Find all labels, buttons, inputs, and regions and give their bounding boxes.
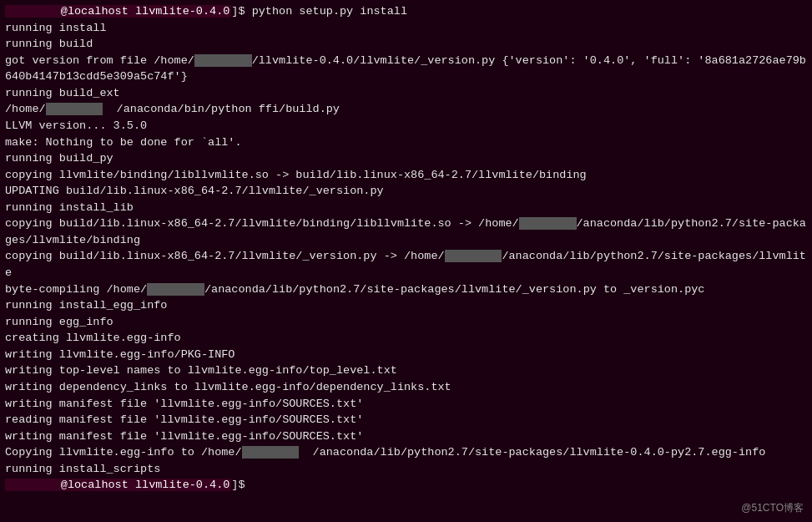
terminal-line: @localhost llvmlite-0.4.0]$ python setup… xyxy=(5,3,807,20)
terminal-line: UPDATING build/lib.linux-x86_64-2.7/llvm… xyxy=(5,183,807,200)
terminal-line: Copying llvmlite.egg-info to /home/ /ana… xyxy=(5,444,807,461)
terminal-line: @localhost llvmlite-0.4.0]$ xyxy=(5,477,807,494)
terminal-line: /home/ /anaconda/bin/python ffi/build.py xyxy=(5,101,807,118)
terminal-line: make: Nothing to be done for `all'. xyxy=(5,134,807,151)
terminal-line: writing manifest file 'llvmlite.egg-info… xyxy=(5,396,807,413)
redacted-username xyxy=(46,103,103,115)
prompt-user-end: @localhost llvmlite-0.4.0 xyxy=(5,479,231,491)
terminal-line: running build_ext xyxy=(5,85,807,102)
terminal-line: running install xyxy=(5,20,807,37)
terminal-line: creating llvmlite.egg-info xyxy=(5,330,807,347)
terminal-line: copying build/lib.linux-x86_64-2.7/llvml… xyxy=(5,248,807,281)
terminal-line: writing llvmlite.egg-info/PKG-INFO xyxy=(5,347,807,363)
redacted-username xyxy=(194,54,252,67)
terminal-line: byte-compiling /home/ /anaconda/lib/pyth… xyxy=(5,281,807,298)
prompt-dollar-end: ]$ xyxy=(231,479,245,491)
terminal-line: reading manifest file 'llvmlite.egg-info… xyxy=(5,412,807,428)
prompt-user: @localhost llvmlite-0.4.0 xyxy=(5,5,231,18)
terminal-line: running build_py xyxy=(5,150,807,167)
terminal-line: running egg_info xyxy=(5,314,807,331)
terminal-line: running install_scripts xyxy=(5,461,807,478)
terminal-line: running install_lib xyxy=(5,200,807,216)
terminal-line: copying llvmlite/binding/libllvmlite.so … xyxy=(5,167,807,184)
redacted-username xyxy=(242,446,300,459)
terminal-line: copying build/lib.linux-x86_64-2.7/llvml… xyxy=(5,215,807,248)
terminal-line: writing dependency_links to llvmlite.egg… xyxy=(5,379,807,396)
terminal-line: writing manifest file 'llvmlite.egg-info… xyxy=(5,428,807,445)
watermark: @51CTO博客 xyxy=(741,501,804,515)
prompt-dollar: ]$ python setup.py install xyxy=(231,5,407,18)
terminal-line: LLVM version... 3.5.0 xyxy=(5,118,807,134)
redacted-username xyxy=(519,217,577,230)
terminal-line: running install_egg_info xyxy=(5,297,807,314)
terminal-window: @localhost llvmlite-0.4.0]$ python setup… xyxy=(0,0,812,522)
redacted-username xyxy=(445,250,502,262)
terminal-line: got version from file /home/ /llvmlite-0… xyxy=(5,53,807,85)
terminal-line: writing top-level names to llvmlite.egg-… xyxy=(5,362,807,379)
redacted-username xyxy=(147,283,204,296)
terminal-line: running build xyxy=(5,36,807,53)
